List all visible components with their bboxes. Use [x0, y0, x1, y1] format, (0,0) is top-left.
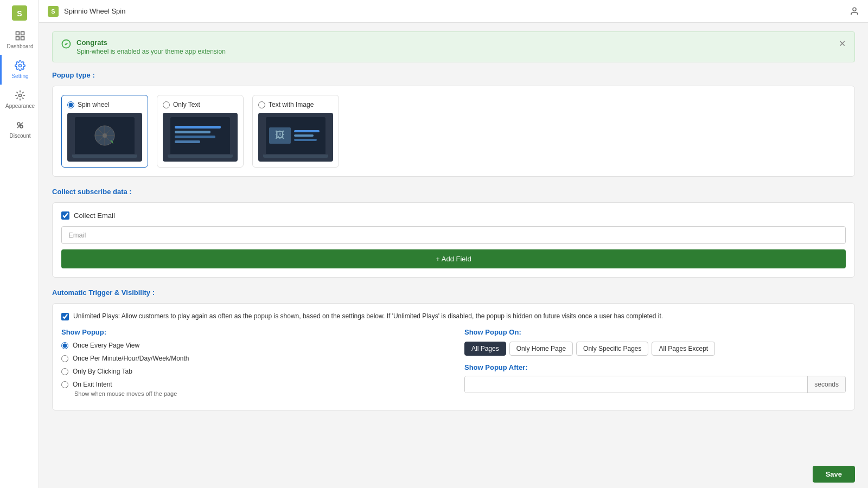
unlimited-plays-text: Unlimited Plays: Allow customers to play… — [73, 312, 663, 320]
side-line-2 — [294, 134, 314, 137]
popup-on-only-specific[interactable]: Only Specific Pages — [576, 342, 648, 356]
automatic-trigger-card: Unlimited Plays: Allow customers to play… — [52, 303, 855, 410]
popup-option-only-text[interactable]: Only Text — [157, 95, 244, 168]
text-line-1 — [175, 126, 221, 129]
save-button[interactable]: Save — [813, 466, 855, 483]
collect-email-row: Collect Email — [61, 211, 846, 220]
sidebar-item-setting[interactable]: Setting — [0, 55, 39, 85]
main-layout: S Spinnio Wheel Spin Congrats S — [39, 0, 868, 488]
seconds-input[interactable] — [465, 376, 807, 393]
add-field-label: + Add Field — [436, 255, 471, 263]
unlimited-plays-row: Unlimited Plays: Allow customers to play… — [61, 312, 846, 320]
discount-icon — [15, 120, 25, 131]
sidebar-discount-label: Discount — [10, 133, 31, 139]
show-popup-on-label: Show Popup On: — [464, 328, 846, 336]
sidebar-item-appearance[interactable]: Appearance — [0, 85, 39, 114]
text-preview-lines — [170, 121, 230, 150]
sidebar-dashboard-label: Dashboard — [7, 43, 34, 49]
popup-option-text-with-image[interactable]: Text with Image 🖼 — [252, 95, 339, 168]
popup-on-all-except[interactable]: All Pages Except — [652, 342, 715, 356]
svg-point-11 — [853, 8, 856, 11]
side-line-1 — [294, 130, 320, 132]
text-line-4 — [175, 140, 200, 143]
popup-option-spin-wheel[interactable]: Spin wheel — [61, 95, 148, 168]
spin-wheel-label: Spin wheel — [78, 101, 110, 108]
app-title: Spinnio Wheel Spin — [64, 7, 125, 15]
add-field-button[interactable]: + Add Field — [61, 249, 846, 268]
radio-once-per-minute-label: Once Per Minute/Hour/Day/Week/Month — [73, 355, 189, 362]
text-preview-side — [294, 130, 322, 141]
svg-text:S: S — [17, 9, 22, 18]
only-text-label: Only Text — [173, 101, 200, 108]
text-with-image-label: Text with Image — [269, 101, 314, 108]
check-icon — [61, 39, 71, 51]
svg-rect-5 — [16, 37, 20, 40]
svg-point-8 — [17, 123, 20, 125]
gear-icon — [15, 60, 25, 71]
svg-point-9 — [20, 125, 23, 128]
text-line-3 — [175, 136, 215, 138]
text-with-image-preview: 🖼 — [258, 113, 333, 162]
popup-type-card: Spin wheel — [52, 86, 855, 177]
side-line-3 — [294, 139, 317, 141]
automatic-trigger-label: Automatic Trigger & Visibility : — [52, 288, 855, 297]
radio-once-every-page-input[interactable] — [61, 342, 68, 349]
radio-once-every-page-label: Once Every Page View — [73, 342, 139, 349]
person-icon — [850, 7, 859, 16]
only-text-label-row: Only Text — [163, 101, 238, 108]
radio-only-by-clicking-label: Only By Clicking Tab — [73, 368, 132, 375]
shopify-icon: S — [48, 6, 59, 17]
radio-on-exit-intent-input[interactable] — [61, 381, 68, 388]
radio-once-per-minute-input[interactable] — [61, 355, 68, 362]
main-content: Congrats Spin-wheel is enabled as your t… — [39, 23, 868, 460]
text-with-image-radio[interactable] — [258, 101, 265, 108]
show-popup-after-label: Show Popup After: — [464, 363, 846, 371]
sidebar-item-dashboard[interactable]: Dashboard — [0, 25, 39, 55]
svg-rect-2 — [16, 32, 20, 35]
svg-point-7 — [19, 94, 22, 97]
svg-rect-3 — [21, 32, 24, 35]
spin-wheel-radio[interactable] — [67, 101, 74, 108]
bottom-bar: Save — [39, 460, 868, 488]
popup-on-buttons: All Pages Only Home Page Only Specific P… — [464, 342, 846, 356]
popup-on-only-home[interactable]: Only Home Page — [509, 342, 573, 356]
alert-subtitle: Spin-wheel is enabled as your theme app … — [76, 48, 226, 55]
collect-email-label-text: Collect Email — [74, 211, 115, 220]
sidebar-item-discount[interactable]: Discount — [0, 114, 39, 144]
success-alert: Congrats Spin-wheel is enabled as your t… — [52, 31, 855, 62]
popup-type-options: Spin wheel — [61, 95, 846, 168]
radio-once-per-minute: Once Per Minute/Hour/Day/Week/Month — [61, 355, 443, 362]
radio-only-by-clicking-input[interactable] — [61, 368, 68, 375]
spin-wheel-label-row: Spin wheel — [67, 101, 142, 108]
image-placeholder-icon: 🖼 — [269, 127, 291, 144]
appearance-icon — [15, 90, 25, 101]
svg-point-18 — [103, 133, 107, 138]
alert-text: Congrats Spin-wheel is enabled as your t… — [76, 38, 226, 55]
seconds-input-row: seconds — [464, 376, 846, 393]
only-text-radio[interactable] — [163, 101, 170, 108]
sidebar-setting-label: Setting — [11, 73, 28, 79]
topbar: S Spinnio Wheel Spin — [39, 0, 868, 23]
email-field: Email — [61, 226, 846, 244]
collect-subscribe-label: Collect subscribe data : — [52, 188, 855, 196]
show-popup-label: Show Popup: — [61, 328, 443, 336]
popup-type-label: Popup type : — [52, 71, 855, 79]
unlimited-plays-checkbox[interactable] — [61, 313, 69, 320]
radio-on-exit-intent: On Exit Intent — [61, 381, 443, 388]
spin-wheel-icon — [94, 125, 116, 146]
trigger-left: Show Popup: Once Every Page View Once Pe… — [61, 328, 443, 401]
alert-content: Congrats Spin-wheel is enabled as your t… — [61, 38, 226, 55]
text-with-image-label-row: Text with Image — [258, 101, 333, 108]
trigger-right: Show Popup On: All Pages Only Home Page … — [464, 328, 846, 401]
app-logo: S — [12, 5, 27, 21]
alert-close-button[interactable]: ✕ — [839, 38, 846, 49]
radio-once-every-page: Once Every Page View — [61, 342, 443, 349]
spin-wheel-preview — [67, 113, 142, 162]
radio-on-exit-intent-label: On Exit Intent — [73, 381, 112, 388]
grid-icon — [15, 30, 25, 41]
text-line-2 — [175, 131, 210, 133]
svg-rect-4 — [21, 37, 24, 40]
radio-only-by-clicking: Only By Clicking Tab — [61, 368, 443, 375]
popup-on-all-pages[interactable]: All Pages — [464, 342, 506, 356]
collect-email-checkbox[interactable] — [61, 211, 69, 220]
